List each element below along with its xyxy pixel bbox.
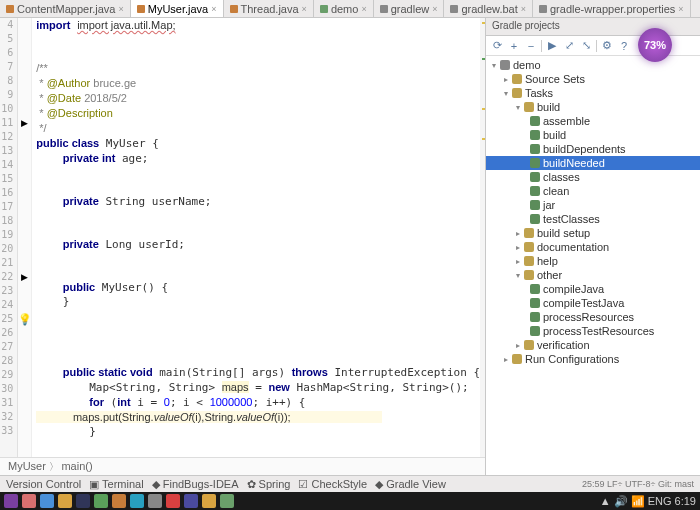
task-build: build: [486, 128, 700, 142]
task-jar: jar: [486, 198, 700, 212]
status-terminal[interactable]: ▣ Terminal: [89, 478, 143, 491]
taskbar-app-10[interactable]: [166, 494, 180, 508]
code-editor: 4567891011121314151617181920212223242526…: [0, 18, 485, 475]
attach-icon[interactable]: +: [507, 39, 521, 53]
gradle-tree[interactable]: ▾demo ▸Source Sets ▾Tasks ▾build assembl…: [486, 56, 700, 475]
task-buildneeded: buildNeeded: [486, 156, 700, 170]
task-clean: clean: [486, 184, 700, 198]
taskbar-app-3[interactable]: [40, 494, 54, 508]
gradle-panel: Gradle projects ⟳ + − ▶ ⤢ ⤡ ⚙ ? ▾demo ▸S…: [485, 18, 700, 475]
task-testclasses: testClasses: [486, 212, 700, 226]
status-spring[interactable]: ✿ Spring: [247, 478, 291, 491]
code-area[interactable]: import import java.util.Map; /** * @Auth…: [32, 18, 480, 457]
taskbar-app-13[interactable]: [220, 494, 234, 508]
run-icon[interactable]: ▶: [545, 39, 559, 53]
error-stripe[interactable]: [480, 18, 485, 457]
taskbar-app-5[interactable]: [76, 494, 90, 508]
task-builddependents: buildDependents: [486, 142, 700, 156]
breadcrumb[interactable]: MyUser 〉 main(): [0, 457, 485, 475]
tab-myuser[interactable]: MyUser.java×: [131, 0, 224, 17]
taskbar-app-7[interactable]: [112, 494, 126, 508]
taskbar-app-11[interactable]: [184, 494, 198, 508]
taskbar-app-4[interactable]: [58, 494, 72, 508]
status-findbugs[interactable]: ◆ FindBugs-IDEA: [152, 478, 239, 491]
system-tray[interactable]: ▲🔊📶 ENG 6:19: [600, 495, 696, 508]
status-bar: Version Control ▣ Terminal ◆ FindBugs-ID…: [0, 475, 700, 492]
help-icon[interactable]: ?: [617, 39, 631, 53]
status-right[interactable]: 25:59 LF÷ UTF-8÷ Git: mast: [582, 479, 700, 489]
status-gradle[interactable]: ◆ Gradle View: [375, 478, 446, 491]
status-checkstyle[interactable]: ☑ CheckStyle: [298, 478, 367, 491]
tab-thread[interactable]: Thread.java×: [224, 0, 314, 17]
refresh-icon[interactable]: ⟳: [490, 39, 504, 53]
tab-gradlewbat[interactable]: gradlew.bat×: [444, 0, 533, 17]
settings-icon[interactable]: ⚙: [600, 39, 614, 53]
taskbar-app-9[interactable]: [148, 494, 162, 508]
collapse-icon[interactable]: ⤡: [579, 39, 593, 53]
editor-tabs: ContentMapper.java× MyUser.java× Thread.…: [0, 0, 700, 18]
detach-icon[interactable]: −: [524, 39, 538, 53]
line-gutter: 4567891011121314151617181920212223242526…: [0, 18, 18, 457]
tab-contentmapper[interactable]: ContentMapper.java×: [0, 0, 131, 17]
tab-demo[interactable]: demo×: [314, 0, 374, 17]
tab-gradlewrapper[interactable]: gradle-wrapper.properties×: [533, 0, 691, 17]
windows-taskbar: ▲🔊📶 ENG 6:19: [0, 492, 700, 510]
task-assemble: assemble: [486, 114, 700, 128]
expand-icon[interactable]: ⤢: [562, 39, 576, 53]
taskbar-app-2[interactable]: [22, 494, 36, 508]
taskbar-app-6[interactable]: [94, 494, 108, 508]
taskbar-app-1[interactable]: [4, 494, 18, 508]
task-classes: classes: [486, 170, 700, 184]
profiler-badge[interactable]: 73%: [638, 28, 672, 62]
status-vcs[interactable]: Version Control: [6, 478, 81, 491]
taskbar-app-8[interactable]: [130, 494, 144, 508]
gutter-marks: ▶▶💡: [18, 18, 32, 457]
taskbar-app-12[interactable]: [202, 494, 216, 508]
tab-gradlew[interactable]: gradlew×: [374, 0, 445, 17]
